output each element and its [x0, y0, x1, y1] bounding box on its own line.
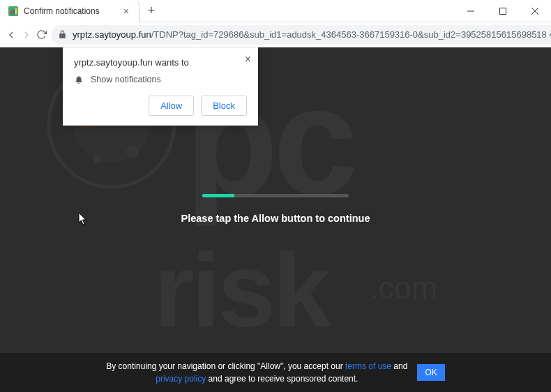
browser-tab[interactable]: Confirm notifications × [0, 0, 139, 22]
main-center: Please tap the Allow button to continue [0, 194, 551, 224]
privacy-link[interactable]: privacy policy [156, 374, 206, 384]
dialog-title: yrptz.saytoyoup.fun wants to [74, 57, 247, 68]
svg-text:risk: risk [153, 232, 331, 349]
svg-point-17 [93, 155, 102, 163]
cookie-text: By continuing your navigation or clickin… [106, 360, 407, 385]
block-button[interactable]: Block [201, 96, 247, 116]
browser-toolbar: yrptz.saytoyoup.fun/TDNP?tag_id=729686&s… [0, 22, 551, 47]
dialog-close-icon[interactable]: × [245, 53, 251, 66]
permission-row: Show notifications [74, 75, 247, 84]
cookie-consent-bar: By continuing your navigation or clickin… [0, 353, 551, 392]
progress-bar [202, 194, 349, 197]
progress-fill [202, 194, 234, 197]
svg-text:.com: .com [370, 270, 438, 306]
window-titlebar: Confirm notifications × + [0, 0, 551, 22]
permission-label: Show notifications [91, 75, 161, 84]
url-text: yrptz.saytoyoup.fun/TDNP?tag_id=729686&s… [73, 29, 551, 40]
svg-rect-3 [15, 8, 17, 14]
window-minimize-button[interactable] [455, 0, 487, 22]
address-bar[interactable]: yrptz.saytoyoup.fun/TDNP?tag_id=729686&s… [51, 25, 551, 45]
window-close-button[interactable] [519, 0, 551, 22]
window-controls [455, 0, 551, 22]
tab-close-icon[interactable]: × [121, 6, 132, 17]
svg-rect-5 [500, 8, 506, 14]
page-content: pc risk .com × yrptz.saytoyoup.fun wants… [0, 47, 551, 392]
bell-icon [74, 75, 84, 84]
favicon-icon [8, 6, 18, 16]
svg-point-16 [126, 146, 139, 158]
terms-link[interactable]: terms of use [345, 361, 391, 371]
svg-rect-2 [13, 9, 15, 14]
new-tab-button[interactable]: + [142, 2, 160, 20]
forward-button[interactable] [21, 26, 32, 44]
svg-rect-1 [10, 11, 13, 14]
tab-title: Confirm notifications [24, 6, 121, 16]
allow-button[interactable]: Allow [149, 96, 194, 116]
reload-button[interactable] [36, 26, 47, 44]
window-maximize-button[interactable] [487, 0, 519, 22]
cookie-ok-button[interactable]: OK [417, 364, 444, 381]
notification-permission-dialog: × yrptz.saytoyoup.fun wants to Show noti… [63, 47, 258, 126]
instruction-text: Please tap the Allow button to continue [181, 213, 370, 224]
back-button[interactable] [6, 26, 17, 44]
secure-lock-icon [58, 30, 67, 39]
